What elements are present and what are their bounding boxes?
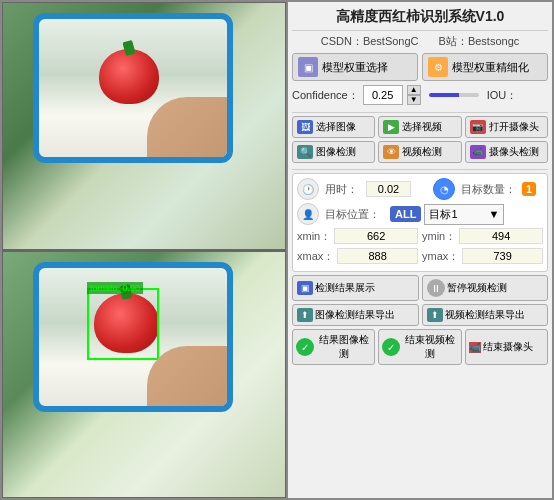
ymin-label: ymin：: [422, 229, 456, 244]
show-detect-label: 检测结果展示: [315, 281, 375, 295]
action-row-2: 🔍 图像检测 👁 视频检测 📹 摄像头检测: [292, 141, 548, 163]
select-image-button[interactable]: 🖼 选择图像: [292, 116, 375, 138]
result-row-1: ▣ 检测结果展示 ⏸ 暂停视频检测: [292, 275, 548, 301]
xmin-label: xmin：: [297, 229, 331, 244]
detect-camera-icon: 📹: [470, 145, 486, 159]
gear-icon: ⚙: [428, 57, 448, 77]
divider-2: [292, 169, 548, 170]
video-play-icon: ▶: [383, 120, 399, 134]
select-video-label: 选择视频: [402, 120, 442, 134]
image-icon: 🖼: [297, 120, 313, 134]
result-image-label: 结果图像检测: [316, 333, 371, 361]
ymax-label: ymax：: [422, 249, 459, 264]
time-count-row: 🕐 用时： 0.02 ◔ 目标数量： 1: [297, 178, 543, 200]
confidence-row: Confidence： ▲ ▼ IOU： ▲ ▼: [292, 85, 548, 105]
status-bar: 成功打开摄像头！ CSDN @BestSongC: [3, 497, 285, 498]
bottom-camera-bg: tomato_0.90: [3, 252, 285, 498]
detection-label: tomato_0.90: [87, 282, 143, 294]
export-video-label: 视频检测结果导出: [445, 308, 525, 322]
dropdown-arrow: ▼: [489, 208, 500, 220]
time-label: 用时：: [325, 182, 360, 197]
export-video-button[interactable]: ⬆ 视频检测结果导出: [422, 304, 549, 326]
result-image-button[interactable]: ✓ 结果图像检测: [292, 329, 375, 365]
ymax-value: 739: [462, 248, 543, 264]
result-video-button[interactable]: ✓ 结束视频检测: [378, 329, 461, 365]
pause-icon: ⏸: [427, 279, 445, 297]
result-camera-button[interactable]: 📹 结束摄像头: [465, 329, 548, 365]
check2-icon: ✓: [382, 338, 400, 356]
camera-detect-button[interactable]: 📹 摄像头检测: [465, 141, 548, 163]
confidence-label: Confidence：: [292, 88, 359, 103]
image-detect-button[interactable]: 🔍 图像检测: [292, 141, 375, 163]
check-icon: ✓: [296, 338, 314, 356]
upload-video-icon: ⬆: [427, 308, 443, 322]
phone-outline-top: [33, 13, 233, 163]
open-camera-label: 打开摄像头: [489, 120, 539, 134]
xmax-value: 888: [337, 248, 418, 264]
top-camera-view: [2, 2, 286, 250]
model-fine-label: 模型权重精细化: [452, 60, 529, 75]
all-icon: ALL: [390, 206, 421, 222]
video-detect-button[interactable]: 👁 视频检测: [378, 141, 461, 163]
ymin-value: 494: [459, 228, 543, 244]
right-panel: 高精度西红柿识别系统V1.0 CSDN：BestSongC B站：Bestson…: [288, 2, 552, 498]
target-count-value: 1: [522, 182, 536, 196]
ymax-group: ymax： 739: [422, 248, 543, 264]
xmin-value: 662: [334, 228, 418, 244]
confidence-spinner: ▲ ▼: [407, 85, 421, 105]
open-camera-button[interactable]: 📷 打开摄像头: [465, 116, 548, 138]
b-label: B站：Bestsongc: [439, 34, 520, 49]
show-detect-button[interactable]: ▣ 检测结果展示: [292, 275, 419, 301]
action-row-1: 🖼 选择图像 ▶ 选择视频 📷 打开摄像头: [292, 116, 548, 138]
main-container: tomato_0.90 成功打开摄像头！ CSDN @BestSongC 高精度…: [0, 0, 554, 500]
divider-1: [292, 112, 548, 113]
tomato-top: [99, 49, 159, 104]
confidence-slider: [429, 93, 479, 97]
title-bar: 高精度西红柿识别系统V1.0: [292, 6, 548, 31]
iou-group: IOU： ▲ ▼: [487, 85, 554, 105]
final-row: ✓ 结果图像检测 ✓ 结束视频检测 📹 结束摄像头: [292, 329, 548, 365]
target-pos-label: 目标位置：: [325, 207, 380, 222]
detect-video-icon: 👁: [383, 145, 399, 159]
target-pos-row: 👤 目标位置： ALL 目标1 ▼: [297, 203, 543, 225]
hand-bottom: [147, 346, 227, 406]
app-title: 高精度西红柿识别系统V1.0: [336, 8, 505, 24]
hand-top: [147, 97, 227, 157]
result-video-label: 结束视频检测: [402, 333, 457, 361]
info-section: 🕐 用时： 0.02 ◔ 目标数量： 1 👤 目标位置： ALL 目标1 ▼: [292, 173, 548, 272]
detection-box: [87, 288, 159, 360]
top-camera-bg: [3, 3, 285, 249]
upload-image-icon: ⬆: [297, 308, 313, 322]
model-row: ▣ 模型权重选择 ⚙ 模型权重精细化: [292, 53, 548, 81]
confidence-input[interactable]: [363, 85, 403, 105]
pie-icon: ◔: [433, 178, 455, 200]
xmax-group: xmax： 888: [297, 248, 418, 264]
result-row-2: ⬆ 图像检测结果导出 ⬆ 视频检测结果导出: [292, 304, 548, 326]
iou-label: IOU：: [487, 88, 552, 103]
camera-detect-label: 摄像头检测: [489, 145, 539, 159]
camera-stop-icon: 📹: [469, 342, 481, 353]
confidence-down[interactable]: ▼: [407, 95, 421, 105]
model-weight-select-button[interactable]: ▣ 模型权重选择: [292, 53, 418, 81]
csdn-label: CSDN：BestSongC: [321, 34, 419, 49]
pause-video-button[interactable]: ⏸ 暂停视频检测: [422, 275, 549, 301]
model-weight-fine-button[interactable]: ⚙ 模型权重精细化: [422, 53, 548, 81]
confidence-group: Confidence： ▲ ▼: [292, 85, 479, 105]
phone-outline-bottom: tomato_0.90: [33, 262, 233, 412]
select-video-button[interactable]: ▶ 选择视频: [378, 116, 461, 138]
confidence-up[interactable]: ▲: [407, 85, 421, 95]
csdn-bar: CSDN：BestSongC B站：Bestsongc: [292, 34, 548, 49]
person-icon: 👤: [297, 203, 319, 225]
target-dropdown[interactable]: 目标1 ▼: [424, 204, 504, 225]
result-camera-label: 结束摄像头: [483, 340, 533, 354]
image-detect-label: 图像检测: [316, 145, 356, 159]
xmax-label: xmax：: [297, 249, 334, 264]
model-weight-label: 模型权重选择: [322, 60, 388, 75]
ymin-group: ymin： 494: [422, 228, 543, 244]
export-image-button[interactable]: ⬆ 图像检测结果导出: [292, 304, 419, 326]
coords-row: xmin： 662 ymin： 494 xmax： 888 ymax： 739: [297, 228, 543, 264]
xmin-group: xmin： 662: [297, 228, 418, 244]
target-dropdown-value: 目标1: [429, 207, 457, 222]
clock-icon: 🕐: [297, 178, 319, 200]
detect-image-icon: 🔍: [297, 145, 313, 159]
